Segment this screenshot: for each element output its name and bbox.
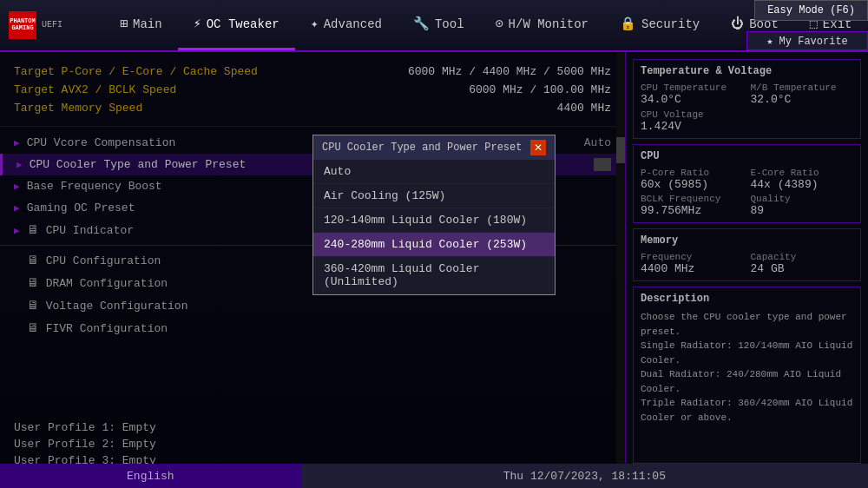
nav-tool[interactable]: 🔧 Tool <box>398 0 480 50</box>
logo-icon: PHANTOMGAMING <box>9 11 36 39</box>
dropdown-option-liq-unlim[interactable]: 360-420mm Liquid Cooler (Unlimited) <box>313 257 555 294</box>
easy-mode-button[interactable]: Easy Mode (F6) <box>754 0 868 21</box>
bios-label: UEFI <box>42 20 62 30</box>
nav-main[interactable]: ⊞ Main <box>104 0 178 50</box>
advanced-icon: ✦ <box>311 16 319 32</box>
nav-hwmonitor[interactable]: ⊙ H/W Monitor <box>480 0 604 50</box>
dropdown-close-button[interactable]: ✕ <box>530 140 546 155</box>
nav-oc-tweaker[interactable]: ⚡ OC Tweaker <box>178 0 295 50</box>
dropdown-option-liq180[interactable]: 120-140mm Liquid Cooler (180W) <box>313 208 555 233</box>
nav-oc-label: OC Tweaker <box>207 17 279 31</box>
security-icon: 🔒 <box>620 16 636 32</box>
dropdown-option-auto[interactable]: Auto <box>313 160 555 184</box>
dropdown-title: CPU Cooler Type and Power Preset <box>322 142 522 154</box>
main-icon: ⊞ <box>120 16 128 32</box>
logo-area: PHANTOMGAMING UEFI <box>0 11 104 39</box>
dropdown-option-liq253[interactable]: 240-280mm Liquid Cooler (253W) <box>313 233 555 257</box>
boot-icon: ⏻ <box>731 16 744 32</box>
dropdown-title-bar: CPU Cooler Type and Power Preset ✕ <box>313 135 555 160</box>
my-favorite-label: ★ My Favorite <box>766 35 848 48</box>
hw-icon: ⊙ <box>496 16 503 32</box>
nav-tool-label: Tool <box>435 17 464 31</box>
nav-hw-label: H/W Monitor <box>509 17 589 31</box>
nav-advanced-label: Advanced <box>324 17 382 31</box>
dropdown-option-air125[interactable]: Air Cooling (125W) <box>313 184 555 208</box>
dropdown-modal: CPU Cooler Type and Power Preset ✕ Auto … <box>312 135 556 295</box>
tool-icon: 🔧 <box>413 16 430 32</box>
my-favorite-bar[interactable]: ★ My Favorite <box>746 31 868 50</box>
nav-main-label: Main <box>133 17 162 31</box>
oc-icon: ⚡ <box>194 16 201 32</box>
nav-security[interactable]: 🔒 Security <box>604 0 715 50</box>
header: PHANTOMGAMING UEFI ⊞ Main ⚡ OC Tweaker ✦… <box>0 0 868 52</box>
nav-security-label: Security <box>641 17 700 31</box>
nav-advanced[interactable]: ✦ Advanced <box>295 0 398 50</box>
